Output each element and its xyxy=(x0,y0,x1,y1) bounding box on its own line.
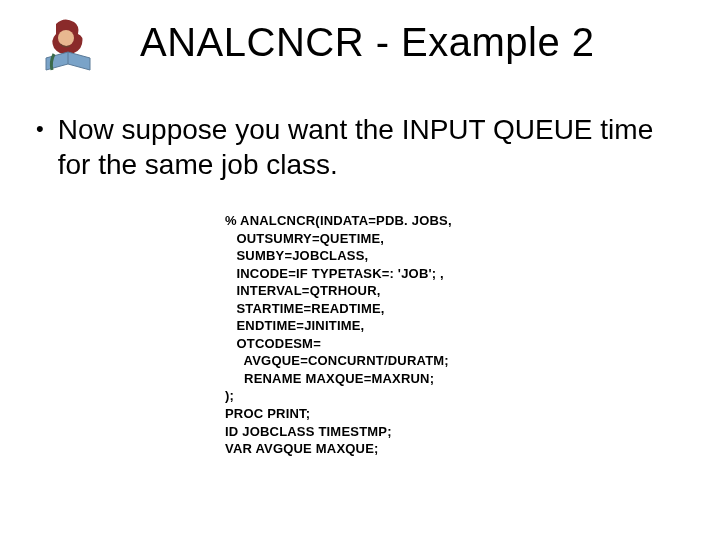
code-block: % ANALCNCR(INDATA=PDB. JOBS, OUTSUMRY=QU… xyxy=(225,212,452,458)
bullet-text: Now suppose you want the INPUT QUEUE tim… xyxy=(58,112,680,182)
bullet-item: • Now suppose you want the INPUT QUEUE t… xyxy=(36,112,680,182)
user-reading-icon xyxy=(36,14,100,78)
slide-body: • Now suppose you want the INPUT QUEUE t… xyxy=(36,112,680,182)
slide-title: ANALCNCR - Example 2 xyxy=(140,20,595,65)
slide: ANALCNCR - Example 2 • Now suppose you w… xyxy=(0,0,720,540)
bullet-dot: • xyxy=(36,118,44,140)
